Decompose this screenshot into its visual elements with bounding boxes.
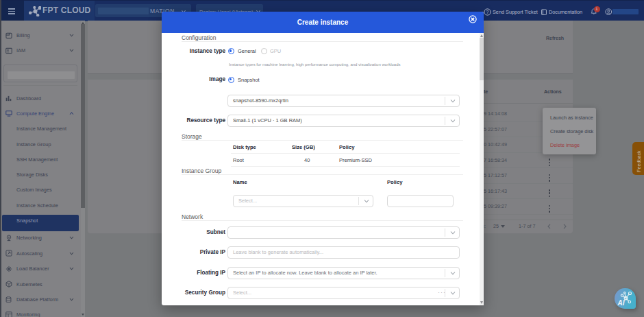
svg-text:AI: AI (617, 299, 625, 307)
svg-text:?: ? (486, 10, 489, 14)
